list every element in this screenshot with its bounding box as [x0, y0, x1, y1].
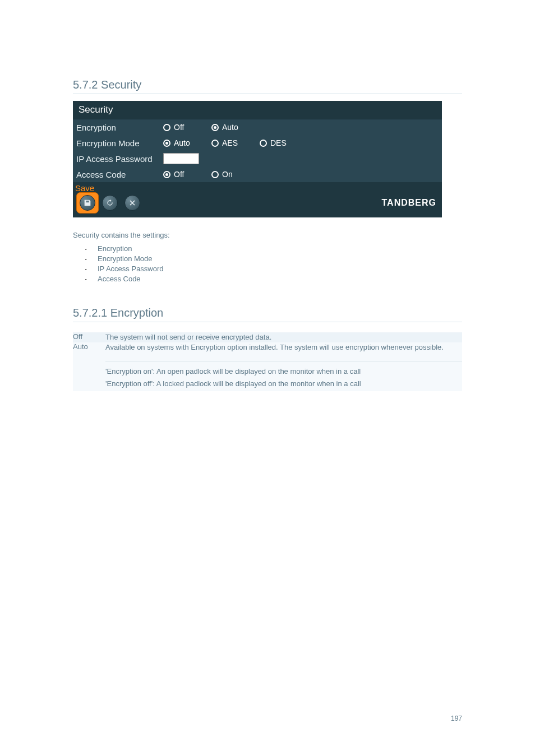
- radio-access-off[interactable]: Off: [163, 170, 195, 179]
- radio-input-access-off[interactable]: [163, 171, 170, 178]
- radio-input-encryption-off[interactable]: [163, 124, 170, 131]
- radio-label: Off: [174, 170, 184, 179]
- radio-mode-auto[interactable]: Auto: [163, 138, 195, 147]
- radio-encryption-off[interactable]: Off: [163, 123, 195, 132]
- brand-logo: TANDBERG: [382, 198, 436, 208]
- section-heading-security: 5.7.2 Security: [73, 78, 462, 94]
- links-intro-text: Security contains the settings:: [73, 231, 462, 239]
- radio-mode-aes[interactable]: AES: [211, 138, 243, 147]
- option-row-auto: Auto Available on systems with Encryptio…: [73, 342, 462, 391]
- radio-group-encryption-mode: Auto AES DES: [163, 138, 291, 147]
- refresh-button[interactable]: [99, 193, 121, 213]
- radio-input-mode-auto[interactable]: [163, 140, 170, 147]
- radio-label: Off: [174, 123, 184, 132]
- radio-group-encryption: Off Auto: [163, 123, 243, 132]
- link-encryption[interactable]: Encryption: [93, 244, 462, 254]
- row-label-access-code: Access Code: [76, 170, 163, 179]
- row-encryption: Encryption Off Auto: [73, 119, 442, 135]
- option-auto-sub-off: 'Encryption off': A locked padlock will …: [105, 379, 462, 389]
- radio-access-on[interactable]: On: [211, 170, 243, 179]
- radio-input-access-on[interactable]: [211, 171, 219, 178]
- radio-label: Auto: [174, 138, 190, 147]
- toolbar-icon-row: TANDBERG: [73, 193, 442, 217]
- ip-password-input[interactable]: [163, 153, 199, 164]
- link-ip-access-password[interactable]: IP Access Password: [93, 264, 462, 274]
- radio-input-mode-aes[interactable]: [211, 140, 219, 147]
- radio-encryption-auto[interactable]: Auto: [211, 123, 243, 132]
- encryption-options-table: Off The system will not send or receive …: [73, 332, 462, 391]
- save-label: Save: [73, 182, 442, 193]
- row-label-encryption: Encryption: [76, 123, 163, 132]
- settings-link-list: Encryption Encryption Mode IP Access Pas…: [73, 244, 462, 284]
- option-desc-auto: Available on systems with Encryption opt…: [105, 342, 462, 391]
- link-access-code[interactable]: Access Code: [93, 274, 462, 284]
- row-label-ip-password: IP Access Password: [76, 154, 163, 164]
- close-button[interactable]: [121, 193, 144, 213]
- option-key-off: Off: [73, 332, 105, 342]
- option-auto-main: Available on systems with Encryption opt…: [105, 342, 462, 353]
- option-row-off: Off The system will not send or receive …: [73, 332, 462, 342]
- radio-label: DES: [270, 138, 287, 147]
- panel-title: Security: [73, 101, 442, 119]
- row-access-code: Access Code Off On: [73, 166, 442, 182]
- link-encryption-mode[interactable]: Encryption Mode: [93, 254, 462, 264]
- option-desc-off: The system will not send or receive encr…: [105, 332, 462, 342]
- radio-input-mode-des[interactable]: [260, 140, 267, 147]
- floppy-disk-icon: [80, 195, 95, 211]
- row-label-encryption-mode: Encryption Mode: [76, 138, 163, 148]
- security-settings-panel: Security Encryption Off Auto Encryption …: [73, 101, 442, 217]
- save-button[interactable]: [76, 193, 99, 213]
- option-key-auto: Auto: [73, 342, 105, 391]
- subsection-heading-encryption: 5.7.2.1 Encryption: [73, 307, 462, 322]
- radio-label: On: [222, 170, 233, 179]
- close-icon: [124, 195, 140, 211]
- refresh-icon: [102, 195, 118, 211]
- row-ip-password: IP Access Password: [73, 151, 442, 166]
- row-encryption-mode: Encryption Mode Auto AES DES: [73, 135, 442, 151]
- radio-input-encryption-auto[interactable]: [211, 124, 219, 131]
- radio-mode-des[interactable]: DES: [260, 138, 291, 147]
- radio-label: AES: [222, 138, 238, 147]
- radio-label: Auto: [222, 123, 238, 132]
- radio-group-access-code: Off On: [163, 170, 243, 179]
- option-auto-sub-on: 'Encryption on': An open padlock will be…: [105, 367, 462, 377]
